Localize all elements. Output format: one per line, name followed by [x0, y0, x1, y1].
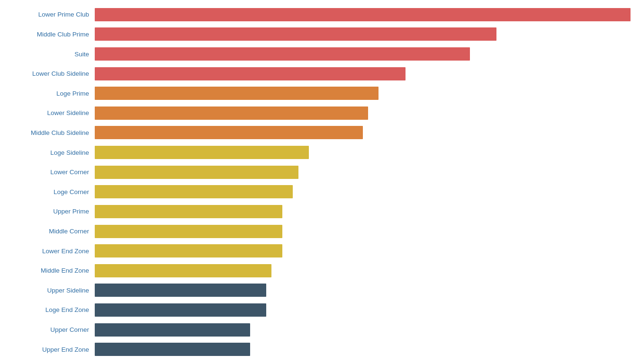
bar-label: Loge Prime [0, 90, 95, 97]
bar-row: Middle Club Prime [0, 25, 631, 43]
bar-label: Loge End Zone [0, 306, 95, 313]
bar-fill [95, 185, 293, 198]
bar-label: Suite [0, 51, 95, 58]
bar-row: Middle Club Sideline [0, 124, 631, 142]
bar-row: Upper Prime [0, 203, 631, 221]
bar-label: Middle Club Prime [0, 31, 95, 38]
bar-label: Loge Sideline [0, 149, 95, 156]
bar-fill [95, 303, 266, 317]
bar-fill [95, 225, 282, 238]
bar-label: Middle Club Sideline [0, 129, 95, 136]
bar-label: Lower Club Sideline [0, 70, 95, 77]
bar-row: Lower Corner [0, 163, 631, 181]
bar-track [95, 264, 631, 277]
bar-label: Upper Corner [0, 326, 95, 333]
bar-track [95, 225, 631, 238]
bar-row: Middle Corner [0, 222, 631, 240]
bar-track [95, 244, 631, 257]
bar-fill [95, 8, 631, 21]
bar-row: Suite [0, 45, 631, 63]
bar-fill [95, 284, 266, 297]
bar-label: Lower End Zone [0, 248, 95, 255]
bar-label: Upper Sideline [0, 287, 95, 294]
bar-label: Lower Sideline [0, 109, 95, 116]
bar-row: Lower Prime Club [0, 6, 631, 24]
bar-label: Lower Corner [0, 169, 95, 176]
bar-fill [95, 107, 368, 120]
bar-label: Upper Prime [0, 208, 95, 215]
bar-fill [95, 166, 298, 179]
bar-row: Loge Sideline [0, 143, 631, 161]
bar-track [95, 166, 631, 179]
bar-row: Middle End Zone [0, 262, 631, 280]
bar-fill [95, 323, 250, 337]
bar-label: Loge Corner [0, 188, 95, 195]
bar-fill [95, 264, 271, 277]
bar-fill [95, 47, 470, 61]
bar-row: Upper End Zone [0, 340, 631, 358]
bar-track [95, 47, 631, 61]
bar-row: Upper Sideline [0, 281, 631, 299]
bar-row: Upper Corner [0, 321, 631, 339]
bar-track [95, 323, 631, 337]
bar-chart: Lower Prime ClubMiddle Club PrimeSuiteLo… [0, 0, 640, 364]
bar-track [95, 185, 631, 198]
bar-row: Loge Prime [0, 84, 631, 102]
bar-track [95, 87, 631, 100]
bar-fill [95, 67, 406, 80]
bar-track [95, 8, 631, 21]
bar-fill [95, 146, 309, 159]
bar-row: Loge End Zone [0, 301, 631, 319]
bar-fill [95, 87, 379, 100]
bar-fill [95, 205, 282, 218]
bar-row: Lower Club Sideline [0, 65, 631, 83]
bar-track [95, 205, 631, 218]
bar-track [95, 284, 631, 297]
bar-label: Upper End Zone [0, 346, 95, 353]
bar-track [95, 343, 631, 356]
bar-track [95, 303, 631, 317]
bar-row: Lower End Zone [0, 242, 631, 260]
bar-fill [95, 244, 282, 257]
bar-track [95, 27, 631, 41]
bar-label: Middle End Zone [0, 267, 95, 274]
bar-fill [95, 27, 496, 41]
bar-row: Loge Corner [0, 183, 631, 201]
bar-label: Lower Prime Club [0, 11, 95, 18]
bar-track [95, 67, 631, 80]
bar-track [95, 107, 631, 120]
bar-fill [95, 126, 363, 139]
bar-label: Middle Corner [0, 228, 95, 235]
bar-row: Lower Sideline [0, 104, 631, 122]
bar-fill [95, 343, 250, 356]
bar-track [95, 126, 631, 139]
bar-track [95, 146, 631, 159]
